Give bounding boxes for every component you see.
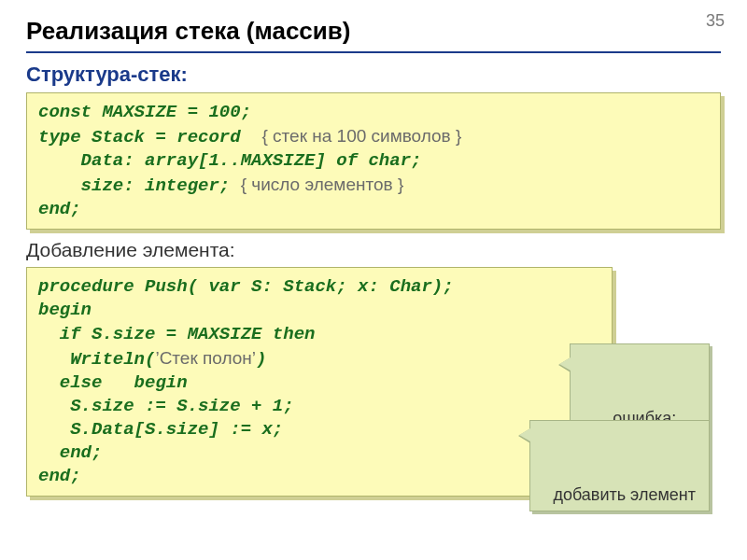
code-line: procedure Push( var S: Stack; x: Char);: [38, 276, 454, 297]
code-line: else begin: [38, 372, 188, 393]
code-line: Data: array[1..MAXSIZE] of char;: [38, 150, 421, 171]
callout-pointer: [559, 357, 571, 371]
code-line: type Stack = record: [38, 127, 241, 147]
section-add-heading: Добавление элемента:: [26, 239, 721, 261]
callout-pointer: [519, 428, 530, 441]
code-line: S.size := S.size + 1;: [38, 396, 294, 416]
title-rule: [26, 51, 721, 53]
code-string: ’Стек полон’: [155, 348, 256, 368]
slide-title: Реализация стека (массив): [26, 17, 721, 46]
callout-text: добавить элемент: [553, 485, 696, 504]
code-block-push: procedure Push( var S: Stack; x: Char); …: [26, 267, 613, 497]
code-line: end;: [38, 466, 81, 486]
code-line: Writeln(: [38, 349, 155, 370]
code-line: S.Data[S.size] := x;: [38, 419, 283, 440]
code-line: size: integer;: [38, 175, 230, 196]
code-line: end;: [38, 199, 81, 219]
code-line: const MAXSIZE = 100;: [38, 102, 251, 122]
code-line: end;: [38, 442, 102, 463]
code-line: if S.size = MAXSIZE then: [38, 324, 315, 344]
slide-number: 35: [706, 11, 725, 31]
code-block-struct: const MAXSIZE = 100; type Stack = record…: [26, 92, 721, 230]
callout-add-elem: добавить элемент: [529, 420, 710, 511]
code-comment: { стек на 100 символов }: [261, 126, 461, 146]
code-line: begin: [38, 300, 92, 320]
section-struct-heading: Структура-стек:: [26, 63, 721, 87]
code-line: ): [256, 349, 266, 370]
code-comment: { число элементов }: [241, 175, 404, 194]
